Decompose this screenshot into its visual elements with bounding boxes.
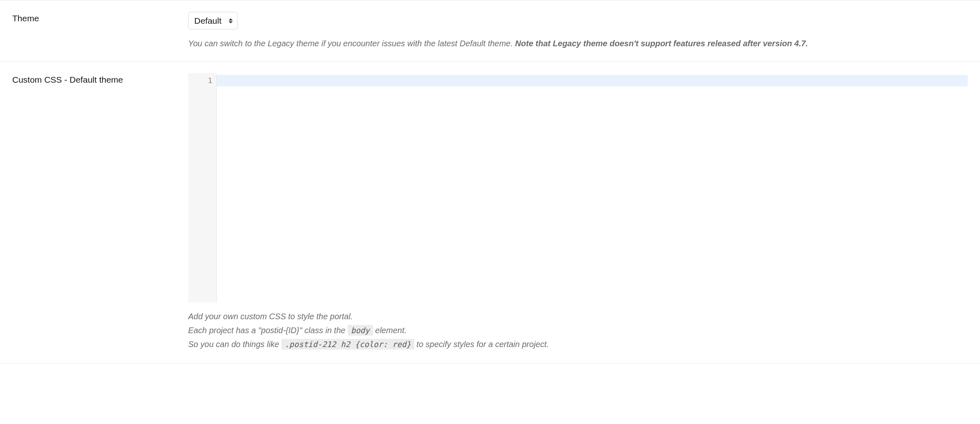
theme-select[interactable]: Default (188, 12, 238, 29)
example-code: .postid-212 h2 {color: red} (281, 339, 414, 350)
editor-gutter: 1 (188, 73, 217, 302)
css-help-line3-pre: So you can do things like (188, 340, 281, 349)
theme-select-wrap: Default (188, 12, 238, 29)
theme-row: Theme Default You can switch to the Lega… (0, 0, 980, 61)
editor-code-area (217, 73, 968, 302)
theme-label: Theme (12, 12, 188, 23)
css-help-line2-pre: Each project has a "postid-{ID}" class i… (188, 326, 348, 335)
css-help-line2-post: element. (373, 326, 407, 335)
custom-css-label: Custom CSS - Default theme (12, 73, 188, 85)
line-number: 1 (190, 75, 212, 86)
body-code: body (348, 325, 373, 336)
theme-help-strong: Note that Legacy theme doesn't support f… (515, 39, 808, 48)
css-help-line1: Add your own custom CSS to style the por… (188, 310, 968, 323)
css-help-line3-post: to specify styles for a certain project. (414, 340, 549, 349)
css-help-line2: Each project has a "postid-{ID}" class i… (188, 324, 968, 337)
theme-help-text: You can switch to the Legacy theme if yo… (188, 37, 968, 50)
css-code-input[interactable] (217, 73, 968, 302)
theme-help-plain: You can switch to the Legacy theme if yo… (188, 39, 515, 48)
css-editor: 1 (188, 73, 968, 302)
css-help-line3: So you can do things like .postid-212 h2… (188, 338, 968, 351)
custom-css-row: Custom CSS - Default theme 1 Add your ow… (0, 61, 980, 363)
css-help-text: Add your own custom CSS to style the por… (188, 310, 968, 351)
